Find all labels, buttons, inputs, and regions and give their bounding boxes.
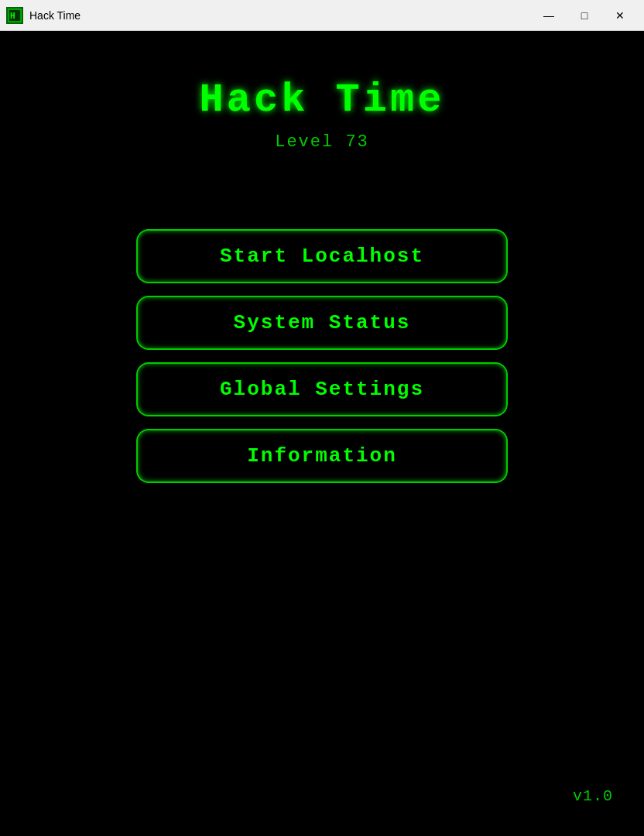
title-bar: H Hack Time — □ ✕ — [0, 0, 644, 31]
close-button[interactable]: ✕ — [602, 3, 638, 28]
start-localhost-button[interactable]: Start Localhost — [136, 229, 508, 283]
window-controls: — □ ✕ — [531, 3, 638, 28]
system-status-button[interactable]: System Status — [136, 296, 508, 350]
version-text: v1.0 — [573, 787, 613, 805]
main-content: Hack Time Level 73 Start LocalhostSystem… — [0, 31, 644, 836]
svg-text:H: H — [10, 11, 15, 21]
app-icon: H — [6, 7, 23, 24]
global-settings-button[interactable]: Global Settings — [136, 362, 508, 416]
app-title: Hack Time — [200, 77, 445, 123]
information-button[interactable]: Information — [136, 429, 508, 483]
minimize-button[interactable]: — — [531, 3, 567, 28]
app-level: Level 73 — [275, 132, 369, 152]
menu-buttons: Start LocalhostSystem StatusGlobal Setti… — [0, 229, 644, 483]
maximize-button[interactable]: □ — [567, 3, 602, 28]
window-title: Hack Time — [29, 9, 531, 22]
